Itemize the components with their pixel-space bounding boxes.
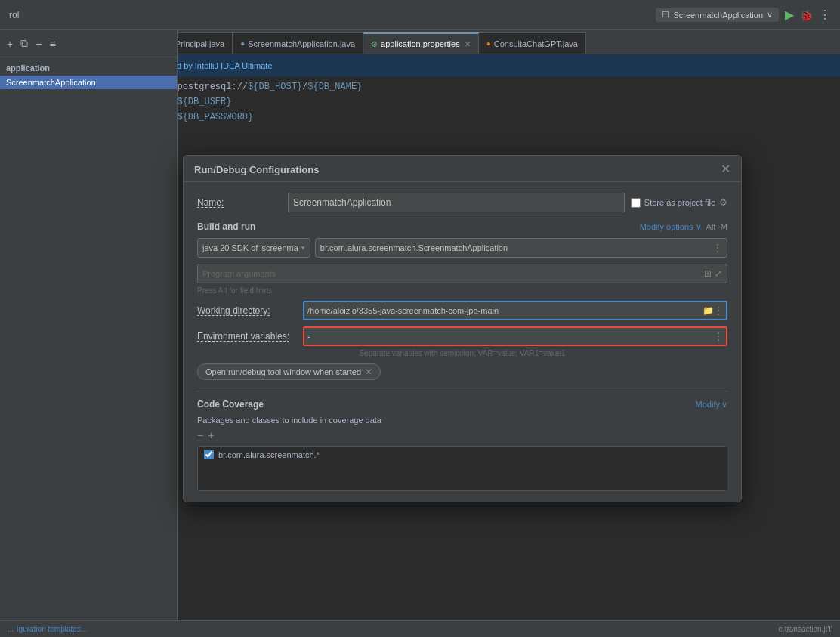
more-options-button[interactable]: ⋮ (819, 8, 831, 22)
app-name-pill[interactable]: ☐ ScreenmatchApplication ∨ (656, 8, 779, 22)
tab-dot-icon: ● (240, 39, 245, 48)
main-class-field[interactable]: br.com.alura.screenmatch.ScreenmatchAppl… (315, 238, 727, 258)
store-project-label: Store as project file (644, 198, 715, 207)
working-dir-value: /home/aloizio/3355-java-screenmatch-com-… (307, 306, 703, 315)
sort-config-icon[interactable]: ≡ (47, 36, 57, 52)
working-dir-edit-icon[interactable]: ⋮ (714, 305, 723, 316)
program-args-field[interactable]: Program arguments ⊞ ⤢ (197, 264, 727, 283)
coverage-list: br.com.alura.screenmatch.* (197, 446, 727, 491)
coverage-add-button[interactable]: + (208, 429, 214, 441)
working-dir-label: Working directory: (197, 305, 303, 316)
config-templates-link[interactable]: iguration templates... (17, 625, 87, 633)
app-name-label: ScreenmatchApplication (673, 11, 763, 20)
env-vars-hint: Separate variables with semicolon: VAR=v… (197, 349, 727, 357)
sidebar-item-screenmatch[interactable]: ScreenmatchApplication (0, 76, 177, 89)
modify-options-chevron: ∨ (696, 222, 702, 232)
sidebar-header: application (0, 60, 177, 76)
program-args-expand-icon[interactable]: ⊞ (704, 268, 712, 279)
top-bar: rol ☐ ScreenmatchApplication ∨ ▶ 🐞 ⋮ (0, 0, 840, 30)
working-dir-browse-icon[interactable]: 📁 (703, 305, 714, 316)
sdk-chevron-icon: ▾ (301, 244, 305, 252)
build-run-title: Build and run (197, 221, 255, 232)
tab-label: ConsultaChatGPT.java (494, 39, 578, 48)
dialog-title: Run/Debug Configurations (194, 164, 319, 175)
dialog-close-button[interactable]: ✕ (721, 163, 730, 175)
app-control-label: rol (9, 10, 19, 20)
working-dir-field[interactable]: /home/aloizio/3355-java-screenmatch-com-… (303, 301, 727, 320)
name-label: Name: (197, 197, 288, 208)
coverage-toolbar: − + (197, 429, 727, 441)
sidebar: + ⧉ − ≡ application ScreenmatchApplicati… (0, 30, 178, 637)
debug-button[interactable]: 🐞 (800, 9, 813, 21)
status-bar: ... iguration templates... e.transaction… (0, 620, 840, 637)
copy-config-icon[interactable]: ⧉ (18, 35, 30, 52)
packages-label: Packages and classes to include in cover… (197, 416, 727, 425)
coverage-remove-button[interactable]: − (197, 429, 203, 441)
modify-options-button[interactable]: Modify options ∨ (640, 222, 702, 232)
main-class-text: br.com.alura.screenmatch.ScreenmatchAppl… (320, 243, 713, 252)
sidebar-item-label: ScreenmatchApplication (6, 78, 96, 87)
env-vars-row: Environment variables: - ⋮ (197, 326, 727, 346)
tab-dot-icon: ● (486, 39, 491, 48)
tab-close-icon[interactable]: ✕ (465, 40, 471, 48)
sdk-label: java 20 SDK of 'screenma (202, 243, 298, 252)
field-hints-text: Press Alt for field hints (197, 286, 727, 295)
delete-config-icon[interactable]: − (33, 36, 44, 52)
config-templates-prefix: ... (8, 625, 14, 633)
tab-consulta-chatgpt[interactable]: ● ConsultaChatGPT.java (479, 32, 586, 54)
app-indicator: ☐ (662, 10, 669, 20)
working-dir-row: Working directory: /home/aloizio/3355-ja… (197, 301, 727, 320)
env-vars-label: Environment variables: (197, 331, 303, 342)
store-project-checkbox[interactable] (631, 198, 641, 208)
coverage-modify-button[interactable]: Modify ∨ (696, 400, 727, 410)
program-args-row: Program arguments ⊞ ⤢ (197, 264, 727, 283)
name-input[interactable] (288, 193, 625, 212)
chip-remove-icon[interactable]: ✕ (365, 366, 372, 377)
modify-label: Modify (696, 400, 720, 409)
run-button[interactable]: ▶ (785, 8, 794, 22)
modify-options-area: Modify options ∨ Alt+M (640, 222, 727, 232)
tab-screenmatch-application[interactable]: ● ScreenmatchApplication.java (233, 32, 363, 54)
tab-dot-icon: ⚙ (371, 40, 378, 48)
program-args-placeholder: Program arguments (202, 269, 276, 278)
store-settings-icon[interactable]: ⚙ (719, 197, 727, 208)
modify-options-label: Modify options (640, 222, 693, 231)
name-row: Name: Store as project file ⚙ (197, 193, 727, 212)
coverage-item: br.com.alura.screenmatch.* (204, 450, 721, 459)
name-label-text: Name: (197, 197, 224, 208)
dialog-body: Name: Store as project file ⚙ Build and … (184, 182, 741, 502)
run-debug-dialog: Run/Debug Configurations ✕ Name: Store a… (183, 155, 742, 502)
coverage-item-label: br.com.alura.screenmatch.* (218, 450, 320, 459)
build-run-section-header: Build and run Modify options ∨ Alt+M (197, 221, 727, 232)
env-vars-edit-icon[interactable]: ⋮ (714, 331, 723, 342)
top-bar-right: ☐ ScreenmatchApplication ∨ ▶ 🐞 ⋮ (656, 8, 831, 22)
main-class-edit-icon[interactable]: ⋮ (713, 243, 722, 253)
sidebar-toolbar: + ⧉ − ≡ (0, 30, 178, 57)
env-vars-value: - (307, 332, 714, 341)
program-args-icons: ⊞ ⤢ (704, 268, 722, 279)
dialog-title-bar: Run/Debug Configurations ✕ (184, 156, 741, 182)
coverage-item-checkbox[interactable] (204, 450, 214, 459)
status-bar-right-text: e.transaction.jt't' (778, 625, 832, 633)
sdk-select[interactable]: java 20 SDK of 'screenma ▾ (197, 238, 310, 258)
chevron-down-icon: ∨ (767, 10, 773, 20)
store-project-row: Store as project file ⚙ (631, 197, 727, 208)
chip-label: Open run/debug tool window when started (205, 367, 361, 376)
sdk-row: java 20 SDK of 'screenma ▾ br.com.alura.… (197, 238, 727, 258)
open-run-debug-chip: Open run/debug tool window when started … (197, 363, 381, 380)
add-config-icon[interactable]: + (5, 36, 15, 52)
tab-label: Principal.java (175, 39, 224, 48)
modify-options-shortcut: Alt+M (706, 222, 727, 231)
chip-row: Open run/debug tool window when started … (197, 363, 727, 380)
coverage-header: Code Coverage Modify ∨ (197, 399, 727, 410)
program-args-fullscreen-icon[interactable]: ⤢ (715, 268, 722, 279)
tab-label: application.properties (381, 39, 460, 48)
modify-chevron-icon: ∨ (721, 400, 727, 410)
tab-application-properties[interactable]: ⚙ application.properties ✕ (363, 32, 479, 54)
env-vars-field[interactable]: - ⋮ (303, 326, 727, 346)
coverage-section: Code Coverage Modify ∨ Packages and clas… (197, 391, 727, 491)
coverage-title: Code Coverage (197, 399, 264, 410)
tab-label: ScreenmatchApplication.java (248, 39, 355, 48)
